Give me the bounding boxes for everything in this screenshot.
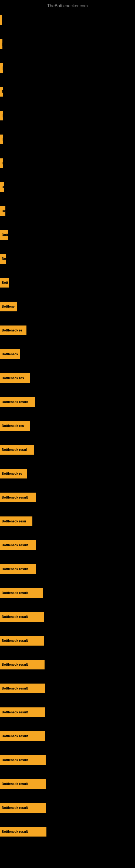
- bar-row: Bottleneck result: [0, 557, 135, 581]
- bar-item: |: [0, 39, 2, 49]
- bar-label: Bottleneck resul: [2, 448, 27, 452]
- bar-item: |: [0, 134, 3, 144]
- bar-row: Bottleneck resul: [0, 438, 135, 462]
- bar-label: |: [2, 114, 2, 118]
- bar-row: Bott: [0, 271, 135, 294]
- bar-label: Bottleneck result: [2, 782, 28, 786]
- bar-row: Bottleneck re: [0, 318, 135, 342]
- bar-row: Bottleneck: [0, 342, 135, 366]
- bar-item: Bottleneck result: [0, 755, 46, 765]
- bar-row: Bottleneck result: [0, 605, 135, 629]
- bar-row: Bottlene: [0, 294, 135, 318]
- bar-row: Bottleneck result: [0, 748, 135, 772]
- bar-item: Bottleneck result: [0, 660, 45, 670]
- bar-label: Bottleneck result: [2, 591, 28, 595]
- bar-label: Bottleneck result: [2, 639, 28, 643]
- bar-row: Bottleneck result: [0, 581, 135, 605]
- bar-item: Bottleneck result: [0, 493, 36, 502]
- bar-label: Bottleneck resu: [2, 520, 26, 523]
- bar-label: Bott: [2, 233, 8, 237]
- bar-label: B: [2, 185, 4, 189]
- bar-label: Bottleneck result: [2, 686, 28, 690]
- bar-item: |: [0, 63, 3, 73]
- bar-label: Bottleneck re: [2, 329, 22, 332]
- bar-row: B: [0, 175, 135, 199]
- bar-row: Bottleneck res: [0, 366, 135, 390]
- bar-item: Bottleneck result: [0, 612, 44, 622]
- bar-label: Bottleneck result: [2, 734, 28, 738]
- bar-item: Bottleneck res: [0, 373, 30, 383]
- bar-item: Bottleneck result: [0, 636, 44, 646]
- bar-label: E: [2, 161, 3, 165]
- bar-item: Bo: [0, 254, 6, 264]
- bar-item: Bottleneck result: [0, 827, 46, 837]
- bar-label: Bottleneck result: [2, 400, 28, 404]
- bar-label: Bottleneck result: [2, 496, 28, 499]
- bar-item: Bottlene: [0, 302, 17, 311]
- bar-label: Bottleneck res: [2, 376, 24, 380]
- bar-item: Bottleneck res: [0, 421, 30, 431]
- bar-row: Bo: [0, 199, 135, 223]
- bar-row: Bottleneck result: [0, 701, 135, 724]
- bar-row: |: [0, 104, 135, 127]
- bar-item: Bottleneck result: [0, 684, 45, 693]
- bar-row: E: [0, 151, 135, 175]
- bar-row: Bottleneck resu: [0, 509, 135, 533]
- bar-label: |: [2, 18, 2, 22]
- bar-item: Bottleneck result: [0, 540, 36, 550]
- bar-item: Bottleneck: [0, 349, 20, 359]
- bar-row: Bott: [0, 223, 135, 247]
- bar-item: Bottleneck result: [0, 731, 45, 741]
- bar-label: Bottleneck result: [2, 615, 28, 619]
- bar-item: |: [0, 111, 3, 120]
- bar-item: Bottleneck re: [0, 469, 27, 478]
- bar-label: Bottleneck result: [2, 543, 28, 547]
- bar-item: Bottleneck result: [0, 803, 46, 813]
- bar-item: E: [0, 158, 3, 168]
- bar-row: Bottleneck result: [0, 533, 135, 557]
- bar-row: Bottleneck result: [0, 796, 135, 820]
- bar-label: Bottleneck re: [2, 472, 22, 475]
- bar-item: Bottleneck result: [0, 588, 43, 598]
- bar-row: Bottleneck re: [0, 462, 135, 486]
- bar-label: Bottleneck res: [2, 424, 24, 428]
- bar-row: |: [0, 32, 135, 56]
- bar-label: |: [2, 42, 2, 46]
- bar-item: B: [0, 182, 4, 192]
- bar-row: Bottleneck result: [0, 629, 135, 653]
- bar-label: Bottleneck result: [2, 710, 28, 714]
- bar-row: |: [0, 56, 135, 80]
- bar-item: Bott: [0, 278, 9, 287]
- bar-row: Bottleneck result: [0, 820, 135, 844]
- bar-item: Bottleneck resul: [0, 445, 34, 455]
- bars-container: |||E||EBBoBottBoBottBottleneBottleneck r…: [0, 8, 135, 844]
- bar-label: Bo: [2, 209, 5, 213]
- bar-label: Bottleneck result: [2, 758, 28, 762]
- bar-label: |: [2, 137, 2, 141]
- bar-row: |: [0, 127, 135, 151]
- bar-row: Bottleneck result: [0, 772, 135, 796]
- bar-row: Bottleneck result: [0, 390, 135, 414]
- bar-label: E: [2, 90, 3, 94]
- bar-label: Bottleneck result: [2, 806, 28, 810]
- bar-row: Bottleneck res: [0, 414, 135, 438]
- bar-row: Bo: [0, 247, 135, 271]
- bar-item: Bo: [0, 206, 5, 216]
- bar-label: Bottleneck result: [2, 663, 28, 666]
- bar-item: Bottleneck result: [0, 397, 35, 407]
- bar-label: Bottleneck: [2, 352, 18, 356]
- bar-item: Bottleneck result: [0, 707, 45, 717]
- bar-item: Bottleneck re: [0, 326, 27, 335]
- bar-label: Bott: [2, 281, 8, 284]
- bar-item: Bottleneck result: [0, 779, 46, 789]
- bar-label: Bottleneck result: [2, 567, 28, 571]
- bar-item: |: [0, 15, 2, 25]
- bar-label: Bo: [2, 257, 6, 261]
- bar-row: Bottleneck result: [0, 677, 135, 701]
- bar-row: Bottleneck result: [0, 653, 135, 677]
- bar-item: Bottleneck resu: [0, 517, 32, 526]
- bar-item: E: [0, 87, 3, 97]
- bar-item: Bott: [0, 230, 8, 240]
- bar-label: |: [2, 66, 2, 70]
- bar-item: Bottleneck result: [0, 564, 36, 574]
